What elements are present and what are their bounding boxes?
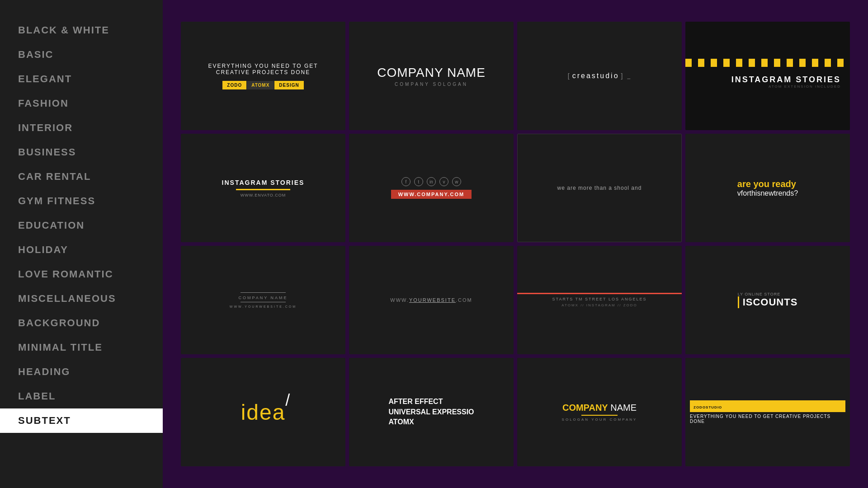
twitter-icon: t [414, 177, 423, 186]
card12-discount: ISCOUNTS [738, 296, 798, 308]
template-card-13[interactable]: / idea [181, 358, 345, 466]
template-card-14[interactable]: AFTER EFFECT UNIVERSAL EXPRESSIO ATOMX [349, 358, 514, 466]
sidebar-item-gym-fitness[interactable]: GYM FITNESS [0, 189, 163, 213]
sidebar-item-fashion[interactable]: FASHION [0, 91, 163, 116]
sidebar-item-miscellaneous[interactable]: MISCELLANEOUS [0, 286, 163, 311]
sidebar-item-label[interactable]: LABEL [0, 384, 163, 408]
card1-badge-zodo: ZODO [222, 81, 246, 89]
template-card-8[interactable]: are you ready vforthisnewtrends? [685, 134, 850, 242]
card3-bracket-left: [ [568, 72, 571, 80]
template-card-11[interactable]: STARTS TM STREET LOS ANGELES ATOMX // IN… [517, 246, 682, 354]
card2-company-name: COMPANY NAME [377, 66, 486, 80]
card3-studio-name: creastudio [572, 72, 619, 80]
card5-url: WWW.ENVATO.COM [222, 193, 305, 197]
card15-sub-text: SOLOGAN YOUR COMPANY [562, 418, 637, 422]
card6-social-icons: f t in v w [391, 177, 472, 186]
sidebar-item-black-white[interactable]: BLACK & WHITE [0, 18, 163, 42]
sidebar-item-background[interactable]: BACKGROUND [0, 311, 163, 335]
template-card-10[interactable]: WWW.YOURWEBSITE.COM [349, 246, 514, 354]
card9-bottom-bar [241, 302, 286, 302]
sidebar-item-basic[interactable]: BASIC [0, 42, 163, 67]
sidebar-item-love-romantic[interactable]: LOVE ROMANTIC [0, 262, 163, 286]
template-card-5[interactable]: INSTAGRAM STORIES WWW.ENVATO.COM [181, 134, 345, 242]
facebook-icon: f [401, 177, 410, 186]
instagram-icon: in [427, 177, 436, 186]
sidebar: BLACK & WHITE BASIC ELEGANT FASHION INTE… [0, 0, 163, 488]
card4-ig-sub: ATOM EXTENSION INCLUDED [690, 84, 845, 89]
sidebar-item-minimal-title[interactable]: MINIMAL TITLE [0, 335, 163, 360]
template-card-4[interactable]: INSTAGRAM STORIES ATOM EXTENSION INCLUDE… [685, 22, 850, 130]
card3-bracket-right: ] [621, 72, 624, 80]
card1-badge-atomx: ATOMX [247, 81, 274, 89]
template-card-2[interactable]: COMPANY NAME COMPANY SOLOGAN [349, 22, 514, 130]
card16-brand-bar: ZODOSTUDIO [690, 400, 845, 412]
card10-url-suffix: .COM [456, 297, 472, 303]
card12-only-text: LY ONLINE STORE [738, 292, 798, 296]
sidebar-item-holiday[interactable]: HOLIDAY [0, 238, 163, 262]
card2-slogan: COMPANY SOLOGAN [377, 82, 486, 87]
sidebar-item-subtext[interactable]: SUBTEXT [0, 408, 163, 433]
card15-company-name: COMPANY NAME [562, 403, 637, 413]
card10-url: YOURWEBSITE [409, 297, 456, 303]
card-grid: EVERYTHING YOU NEED TO GETCREATIVE PROJE… [163, 0, 868, 488]
card1-badge-design: DESIGN [274, 81, 303, 89]
sidebar-item-car-rental[interactable]: CAR RENTAL [0, 164, 163, 189]
card13-slash: / [285, 391, 290, 410]
card11-address: STARTS TM STREET LOS ANGELES [517, 297, 682, 301]
template-card-3[interactable]: [ creastudio ] _ [517, 22, 682, 130]
card11-handles: ATOMX // INSTAGRAM // ZODO [517, 303, 682, 307]
card13-idea: idea [241, 400, 286, 424]
card5-yellow-bar [236, 189, 290, 190]
card9-top-bar [241, 292, 286, 293]
sidebar-item-interior[interactable]: INTERIOR [0, 116, 163, 140]
template-card-15[interactable]: COMPANY NAME SOLOGAN YOUR COMPANY [517, 358, 682, 466]
card8-trends: vforthisnewtrends? [737, 189, 798, 197]
card14-ae-title: AFTER EFFECT UNIVERSAL EXPRESSIO ATOMX [388, 397, 474, 427]
template-card-12[interactable]: LY ONLINE STORE ISCOUNTS [685, 246, 850, 354]
sidebar-item-heading[interactable]: HEADING [0, 360, 163, 384]
whatsapp-icon: w [452, 177, 461, 186]
card5-ig-title: INSTAGRAM STORIES [222, 179, 305, 186]
template-card-1[interactable]: EVERYTHING YOU NEED TO GETCREATIVE PROJE… [181, 22, 345, 130]
card16-everything: EVERYTHING YOU NEED TO GET CREATIVE PROJ… [690, 414, 845, 424]
card15-yellow-line [581, 415, 618, 416]
card9-company-name: COMPANY NAME [230, 296, 297, 300]
card3-dash: _ [627, 73, 631, 79]
card11-red-bar [517, 293, 682, 294]
card7-text: we are more than a shool and [553, 180, 646, 196]
card4-checkered-bar [685, 59, 850, 67]
card8-ready: are you ready [737, 179, 798, 189]
vine-icon: v [439, 177, 448, 186]
template-card-7[interactable]: we are more than a shool and [517, 134, 682, 242]
sidebar-item-elegant[interactable]: ELEGANT [0, 67, 163, 91]
template-card-6[interactable]: f t in v w WWW.COMPANY.COM [349, 134, 514, 242]
sidebar-item-business[interactable]: BUSINESS [0, 140, 163, 164]
sidebar-item-education[interactable]: EDUCATION [0, 213, 163, 238]
card4-ig-title: INSTAGRAM STORIES [690, 75, 845, 84]
template-card-16[interactable]: ZODOSTUDIO EVERYTHING YOU NEED TO GET CR… [685, 358, 850, 466]
template-card-9[interactable]: COMPANY NAME WWW.YOURWEBSITE.COM [181, 246, 345, 354]
card1-top-text: EVERYTHING YOU NEED TO GETCREATIVE PROJE… [208, 63, 318, 75]
card6-website: WWW.COMPANY.COM [391, 190, 472, 199]
card9-website: WWW.YOURWEBSITE.COM [230, 305, 297, 308]
card10-www-prefix: WWW. [390, 297, 409, 303]
